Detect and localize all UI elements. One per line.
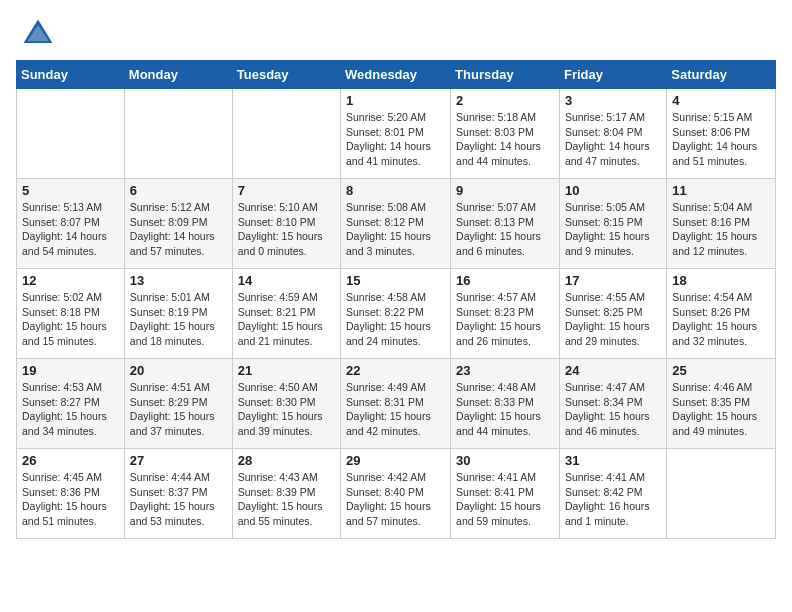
calendar-cell: 31Sunrise: 4:41 AM Sunset: 8:42 PM Dayli… bbox=[559, 449, 666, 539]
header-day-sunday: Sunday bbox=[17, 61, 125, 89]
day-number: 13 bbox=[130, 273, 227, 288]
day-info: Sunrise: 4:59 AM Sunset: 8:21 PM Dayligh… bbox=[238, 290, 335, 349]
day-number: 7 bbox=[238, 183, 335, 198]
day-number: 2 bbox=[456, 93, 554, 108]
calendar-cell: 23Sunrise: 4:48 AM Sunset: 8:33 PM Dayli… bbox=[451, 359, 560, 449]
day-number: 11 bbox=[672, 183, 770, 198]
header-day-wednesday: Wednesday bbox=[341, 61, 451, 89]
day-info: Sunrise: 4:47 AM Sunset: 8:34 PM Dayligh… bbox=[565, 380, 661, 439]
calendar-cell: 13Sunrise: 5:01 AM Sunset: 8:19 PM Dayli… bbox=[124, 269, 232, 359]
day-info: Sunrise: 4:58 AM Sunset: 8:22 PM Dayligh… bbox=[346, 290, 445, 349]
calendar-cell: 20Sunrise: 4:51 AM Sunset: 8:29 PM Dayli… bbox=[124, 359, 232, 449]
day-number: 5 bbox=[22, 183, 119, 198]
day-info: Sunrise: 4:55 AM Sunset: 8:25 PM Dayligh… bbox=[565, 290, 661, 349]
calendar-cell: 27Sunrise: 4:44 AM Sunset: 8:37 PM Dayli… bbox=[124, 449, 232, 539]
day-info: Sunrise: 5:15 AM Sunset: 8:06 PM Dayligh… bbox=[672, 110, 770, 169]
calendar-cell: 30Sunrise: 4:41 AM Sunset: 8:41 PM Dayli… bbox=[451, 449, 560, 539]
calendar-cell: 6Sunrise: 5:12 AM Sunset: 8:09 PM Daylig… bbox=[124, 179, 232, 269]
day-number: 15 bbox=[346, 273, 445, 288]
calendar-table: SundayMondayTuesdayWednesdayThursdayFrid… bbox=[16, 60, 776, 539]
day-info: Sunrise: 5:08 AM Sunset: 8:12 PM Dayligh… bbox=[346, 200, 445, 259]
day-info: Sunrise: 4:45 AM Sunset: 8:36 PM Dayligh… bbox=[22, 470, 119, 529]
calendar-cell: 18Sunrise: 4:54 AM Sunset: 8:26 PM Dayli… bbox=[667, 269, 776, 359]
calendar-cell bbox=[667, 449, 776, 539]
day-info: Sunrise: 5:13 AM Sunset: 8:07 PM Dayligh… bbox=[22, 200, 119, 259]
day-number: 9 bbox=[456, 183, 554, 198]
day-number: 12 bbox=[22, 273, 119, 288]
calendar-cell bbox=[17, 89, 125, 179]
day-info: Sunrise: 4:44 AM Sunset: 8:37 PM Dayligh… bbox=[130, 470, 227, 529]
day-info: Sunrise: 4:49 AM Sunset: 8:31 PM Dayligh… bbox=[346, 380, 445, 439]
day-number: 10 bbox=[565, 183, 661, 198]
calendar-cell: 17Sunrise: 4:55 AM Sunset: 8:25 PM Dayli… bbox=[559, 269, 666, 359]
day-number: 14 bbox=[238, 273, 335, 288]
calendar-cell: 29Sunrise: 4:42 AM Sunset: 8:40 PM Dayli… bbox=[341, 449, 451, 539]
header-day-friday: Friday bbox=[559, 61, 666, 89]
day-number: 23 bbox=[456, 363, 554, 378]
day-number: 24 bbox=[565, 363, 661, 378]
day-info: Sunrise: 4:41 AM Sunset: 8:42 PM Dayligh… bbox=[565, 470, 661, 529]
day-info: Sunrise: 5:02 AM Sunset: 8:18 PM Dayligh… bbox=[22, 290, 119, 349]
calendar-cell: 19Sunrise: 4:53 AM Sunset: 8:27 PM Dayli… bbox=[17, 359, 125, 449]
day-number: 31 bbox=[565, 453, 661, 468]
day-info: Sunrise: 4:57 AM Sunset: 8:23 PM Dayligh… bbox=[456, 290, 554, 349]
header-row: SundayMondayTuesdayWednesdayThursdayFrid… bbox=[17, 61, 776, 89]
calendar-cell: 7Sunrise: 5:10 AM Sunset: 8:10 PM Daylig… bbox=[232, 179, 340, 269]
calendar-cell: 14Sunrise: 4:59 AM Sunset: 8:21 PM Dayli… bbox=[232, 269, 340, 359]
header-day-tuesday: Tuesday bbox=[232, 61, 340, 89]
day-info: Sunrise: 4:46 AM Sunset: 8:35 PM Dayligh… bbox=[672, 380, 770, 439]
calendar-cell: 9Sunrise: 5:07 AM Sunset: 8:13 PM Daylig… bbox=[451, 179, 560, 269]
day-number: 21 bbox=[238, 363, 335, 378]
day-number: 28 bbox=[238, 453, 335, 468]
logo-icon bbox=[20, 16, 56, 52]
day-info: Sunrise: 4:42 AM Sunset: 8:40 PM Dayligh… bbox=[346, 470, 445, 529]
day-number: 8 bbox=[346, 183, 445, 198]
day-info: Sunrise: 4:51 AM Sunset: 8:29 PM Dayligh… bbox=[130, 380, 227, 439]
calendar-cell: 8Sunrise: 5:08 AM Sunset: 8:12 PM Daylig… bbox=[341, 179, 451, 269]
day-info: Sunrise: 4:50 AM Sunset: 8:30 PM Dayligh… bbox=[238, 380, 335, 439]
week-row-3: 19Sunrise: 4:53 AM Sunset: 8:27 PM Dayli… bbox=[17, 359, 776, 449]
day-info: Sunrise: 5:04 AM Sunset: 8:16 PM Dayligh… bbox=[672, 200, 770, 259]
day-number: 25 bbox=[672, 363, 770, 378]
calendar-cell: 28Sunrise: 4:43 AM Sunset: 8:39 PM Dayli… bbox=[232, 449, 340, 539]
day-info: Sunrise: 5:05 AM Sunset: 8:15 PM Dayligh… bbox=[565, 200, 661, 259]
day-number: 19 bbox=[22, 363, 119, 378]
week-row-2: 12Sunrise: 5:02 AM Sunset: 8:18 PM Dayli… bbox=[17, 269, 776, 359]
day-number: 26 bbox=[22, 453, 119, 468]
week-row-1: 5Sunrise: 5:13 AM Sunset: 8:07 PM Daylig… bbox=[17, 179, 776, 269]
calendar-cell: 3Sunrise: 5:17 AM Sunset: 8:04 PM Daylig… bbox=[559, 89, 666, 179]
day-number: 3 bbox=[565, 93, 661, 108]
calendar-cell: 16Sunrise: 4:57 AM Sunset: 8:23 PM Dayli… bbox=[451, 269, 560, 359]
day-info: Sunrise: 5:12 AM Sunset: 8:09 PM Dayligh… bbox=[130, 200, 227, 259]
day-info: Sunrise: 5:18 AM Sunset: 8:03 PM Dayligh… bbox=[456, 110, 554, 169]
day-number: 6 bbox=[130, 183, 227, 198]
calendar-body: 1Sunrise: 5:20 AM Sunset: 8:01 PM Daylig… bbox=[17, 89, 776, 539]
day-number: 4 bbox=[672, 93, 770, 108]
day-number: 29 bbox=[346, 453, 445, 468]
calendar-cell bbox=[124, 89, 232, 179]
calendar-cell: 21Sunrise: 4:50 AM Sunset: 8:30 PM Dayli… bbox=[232, 359, 340, 449]
day-number: 27 bbox=[130, 453, 227, 468]
day-info: Sunrise: 4:41 AM Sunset: 8:41 PM Dayligh… bbox=[456, 470, 554, 529]
calendar-cell: 5Sunrise: 5:13 AM Sunset: 8:07 PM Daylig… bbox=[17, 179, 125, 269]
calendar-cell: 11Sunrise: 5:04 AM Sunset: 8:16 PM Dayli… bbox=[667, 179, 776, 269]
week-row-0: 1Sunrise: 5:20 AM Sunset: 8:01 PM Daylig… bbox=[17, 89, 776, 179]
day-number: 22 bbox=[346, 363, 445, 378]
day-number: 20 bbox=[130, 363, 227, 378]
page-header bbox=[16, 16, 776, 52]
calendar-cell: 2Sunrise: 5:18 AM Sunset: 8:03 PM Daylig… bbox=[451, 89, 560, 179]
calendar-cell: 12Sunrise: 5:02 AM Sunset: 8:18 PM Dayli… bbox=[17, 269, 125, 359]
day-info: Sunrise: 4:54 AM Sunset: 8:26 PM Dayligh… bbox=[672, 290, 770, 349]
calendar-cell: 24Sunrise: 4:47 AM Sunset: 8:34 PM Dayli… bbox=[559, 359, 666, 449]
day-number: 16 bbox=[456, 273, 554, 288]
header-day-monday: Monday bbox=[124, 61, 232, 89]
day-info: Sunrise: 4:53 AM Sunset: 8:27 PM Dayligh… bbox=[22, 380, 119, 439]
logo bbox=[16, 16, 56, 52]
calendar-cell: 4Sunrise: 5:15 AM Sunset: 8:06 PM Daylig… bbox=[667, 89, 776, 179]
calendar-cell: 1Sunrise: 5:20 AM Sunset: 8:01 PM Daylig… bbox=[341, 89, 451, 179]
day-info: Sunrise: 5:07 AM Sunset: 8:13 PM Dayligh… bbox=[456, 200, 554, 259]
day-number: 30 bbox=[456, 453, 554, 468]
day-number: 17 bbox=[565, 273, 661, 288]
calendar-cell bbox=[232, 89, 340, 179]
week-row-4: 26Sunrise: 4:45 AM Sunset: 8:36 PM Dayli… bbox=[17, 449, 776, 539]
